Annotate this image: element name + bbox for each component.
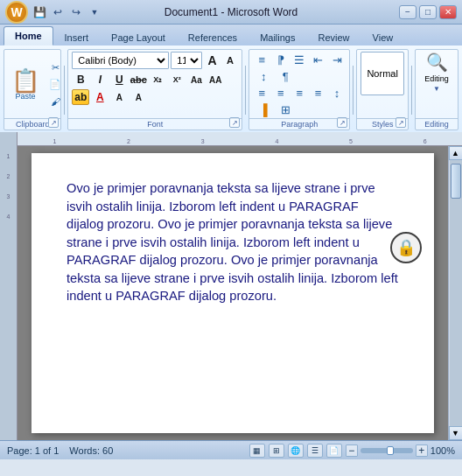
ribbon-content: 📋 Paste ✂ 📄 🖌 Clipboard ↗ Calibri (Body)… <box>0 46 462 132</box>
cut-button[interactable]: ✂ <box>45 60 66 76</box>
document-page: Ovo je primjer poravnanja teksta sa lije… <box>32 153 434 433</box>
print-layout-button[interactable]: ▦ <box>249 444 265 458</box>
sep-2 <box>245 66 246 115</box>
outline-button[interactable]: ☰ <box>307 444 323 458</box>
tab-view[interactable]: View <box>361 28 405 46</box>
para-row-2: ↕ ¶ <box>253 68 346 84</box>
bold-button[interactable]: B <box>72 72 89 88</box>
zoom-thumb <box>387 446 394 455</box>
editing-icon: 🔍 <box>426 52 448 73</box>
left-ruler: 1 2 3 4 <box>0 132 18 440</box>
paragraph-group: ≡ ⁋ ☰ ⇤ ⇥ ↕ ¶ ≡ ≡ ≡ ≡ ↕ ▐ ⊞ Paragraph <box>248 49 350 130</box>
draft-button[interactable]: 📄 <box>326 444 342 458</box>
copy-button[interactable]: 📄 <box>45 77 66 93</box>
decrease-font-button[interactable]: A <box>222 52 239 68</box>
lock-icon[interactable]: 🔒 <box>390 232 422 263</box>
border-button[interactable]: ⊞ <box>275 102 296 117</box>
sort-button[interactable]: ↕ <box>253 68 274 84</box>
status-bar: Page: 1 of 1 Words: 60 ▦ ⊞ 🌐 ☰ 📄 − + 100… <box>0 440 462 459</box>
font-color-button[interactable]: A <box>91 89 108 105</box>
para-row-4: ▐ ⊞ <box>253 102 346 117</box>
clipboard-content: 📋 Paste ✂ 📄 🖌 <box>8 52 57 117</box>
shading-button[interactable]: ▐ <box>253 102 274 117</box>
font-group: Calibri (Body) 11 A A B I U abc X₂ X² Aa… <box>67 49 242 130</box>
font-row-1: Calibri (Body) 11 A A <box>72 52 238 69</box>
tab-page-layout[interactable]: Page Layout <box>100 28 177 46</box>
scroll-down-button[interactable]: ▼ <box>449 426 463 440</box>
justify-button[interactable]: ≡ <box>309 85 326 101</box>
increase-indent-button[interactable]: ⇥ <box>328 52 346 67</box>
full-screen-button[interactable]: ⊞ <box>269 444 284 458</box>
redo-button[interactable]: ↪ <box>68 4 84 20</box>
clipboard-expand[interactable]: ↗ <box>48 117 59 128</box>
zoom-slider[interactable] <box>360 448 413 453</box>
zoom-out-button[interactable]: − <box>346 444 358 457</box>
underline-button[interactable]: U <box>110 72 128 88</box>
decrease-indent-button[interactable]: ⇤ <box>309 52 326 67</box>
subscript-button[interactable]: X₂ <box>149 72 166 88</box>
close-button[interactable]: ✕ <box>439 5 457 19</box>
minimize-button[interactable]: − <box>399 5 416 19</box>
words-status: Words: 60 <box>69 445 113 456</box>
undo-button[interactable]: ↩ <box>50 4 66 20</box>
scroll-area: 1 2 3 4 5 6 Ovo je primjer poravnanja te… <box>18 132 462 440</box>
font-size-select[interactable]: 11 <box>171 52 202 69</box>
tab-references[interactable]: References <box>177 28 248 46</box>
scroll-up-button[interactable]: ▲ <box>449 146 463 160</box>
change-case-button[interactable]: AA <box>206 72 224 88</box>
format-painter-button[interactable]: 🖌 <box>45 94 66 109</box>
tab-insert[interactable]: Insert <box>53 28 101 46</box>
italic-button[interactable]: I <box>91 72 108 88</box>
font-label: Font <box>68 118 242 129</box>
web-layout-button[interactable]: 🌐 <box>288 444 304 458</box>
font-expand[interactable]: ↗ <box>229 117 240 128</box>
style-normal[interactable]: Normal <box>360 52 404 95</box>
ribbon-tabs: Home Insert Page Layout References Maili… <box>0 24 462 46</box>
tab-review[interactable]: Review <box>306 28 360 46</box>
strikethrough-button[interactable]: abc <box>130 72 147 88</box>
horizontal-ruler: 1 2 3 4 5 6 <box>18 132 462 146</box>
window-controls: − □ ✕ <box>399 5 457 19</box>
sep-4 <box>411 66 412 115</box>
highlight-button[interactable]: ab <box>72 89 89 105</box>
save-button[interactable]: 💾 <box>32 4 47 20</box>
vertical-scrollbar: ▲ ▼ <box>448 146 462 440</box>
title-bar-left: W 💾 ↩ ↪ ▼ <box>5 1 102 24</box>
zoom-in-button[interactable]: + <box>416 444 428 457</box>
paste-icon: 📋 <box>11 69 39 92</box>
zoom-control: − + 100% <box>346 444 455 457</box>
clipboard-group: 📋 Paste ✂ 📄 🖌 Clipboard ↗ <box>4 49 61 130</box>
align-left-button[interactable]: ≡ <box>253 85 270 101</box>
font-color2-button[interactable]: A <box>110 89 128 105</box>
multilevel-button[interactable]: ☰ <box>290 52 308 67</box>
document-area: 1 2 3 4 1 2 3 4 5 6 Ovo j <box>0 132 462 440</box>
clear-format-button[interactable]: Aa <box>187 72 205 88</box>
tab-home[interactable]: Home <box>4 26 53 46</box>
qat-more-button[interactable]: ▼ <box>87 4 102 20</box>
paste-button[interactable]: 📋 Paste <box>8 67 43 102</box>
line-spacing-button[interactable]: ↕ <box>328 85 346 101</box>
office-button[interactable]: W <box>5 1 28 24</box>
font-name-select[interactable]: Calibri (Body) <box>72 52 169 69</box>
show-hide-button[interactable]: ¶ <box>275 68 296 84</box>
scroll-track <box>450 160 462 426</box>
page-status: Page: 1 of 1 <box>7 445 59 456</box>
styles-expand[interactable]: ↗ <box>396 117 406 128</box>
increase-font-button[interactable]: A <box>204 52 220 68</box>
scroll-thumb[interactable] <box>451 164 461 199</box>
document-text[interactable]: Ovo je primjer poravnanja teksta sa lije… <box>66 179 399 305</box>
font-color3-button[interactable]: A <box>130 89 147 105</box>
bullets-button[interactable]: ≡ <box>253 52 270 67</box>
title-bar: W 💾 ↩ ↪ ▼ Document1 - Microsoft Word − □… <box>0 0 462 24</box>
ruler-numbers: 1 2 3 4 5 6 <box>18 132 462 145</box>
numbering-button[interactable]: ⁋ <box>272 52 290 67</box>
paragraph-expand[interactable]: ↗ <box>337 117 347 128</box>
editing-arrow: ▼ <box>433 85 440 93</box>
align-right-button[interactable]: ≡ <box>290 85 308 101</box>
status-right: ▦ ⊞ 🌐 ☰ 📄 − + 100% <box>249 444 455 458</box>
align-center-button[interactable]: ≡ <box>272 85 290 101</box>
restore-button[interactable]: □ <box>419 5 437 19</box>
para-row-1: ≡ ⁋ ☰ ⇤ ⇥ <box>253 52 346 67</box>
superscript-button[interactable]: X² <box>168 72 186 88</box>
tab-mailings[interactable]: Mailings <box>248 28 306 46</box>
